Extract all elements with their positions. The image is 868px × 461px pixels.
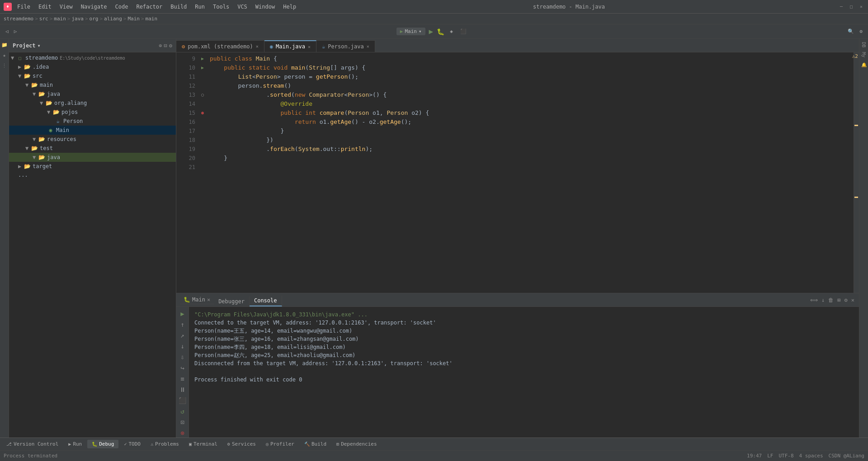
tree-item-org-aliang[interactable]: ▼ 📂 org.aliang [9,99,176,108]
project-icon[interactable]: 📁 [0,41,9,49]
code-content[interactable]: public class Main { public static void m… [208,52,854,293]
stop-button[interactable]: ⬛ [458,28,468,35]
resume-button[interactable]: ▶ [178,309,188,319]
breadcrumb-item-1[interactable]: src [39,16,48,22]
breadcrumb-item-0[interactable]: streamdemo [4,16,33,22]
soft-wrap-button[interactable]: ⟺ [809,296,819,304]
debug-session-close[interactable]: ✕ [207,296,210,303]
menu-item-vcs[interactable]: VCS [234,3,251,11]
collapse-all-button[interactable]: ⊟ [164,42,167,49]
bottom-tab-problems[interactable]: ⚠ Problems [146,440,184,448]
evaluate-button[interactable]: ≡ [178,374,188,384]
console-tab[interactable]: Console [250,296,282,306]
tree-item-more[interactable]: ... [9,171,176,179]
tab-pom[interactable]: ⚙ pom.xml (streamdemo) ✕ [176,40,264,52]
database-icon[interactable]: DB [860,41,868,49]
tab-person[interactable]: ☕ Person.java ✕ [316,40,375,52]
bottom-tab-build[interactable]: 🔨 Build [300,440,331,448]
search-button[interactable]: 🔍 [846,28,856,35]
menu-item-help[interactable]: Help [279,3,300,11]
run-cursor-button[interactable]: ↪ [178,363,188,373]
bottom-tab-version-control[interactable]: ⎇ Version Control [2,440,63,448]
bottom-tab-dependencies[interactable]: ⊞ Dependencies [332,440,382,448]
run-coverage-button[interactable]: ◈ [448,28,455,35]
tree-item-target[interactable]: ▶ 📂 target [9,162,176,171]
menu-item-refactor[interactable]: Refactor [132,3,166,11]
tab-close-person[interactable]: ✕ [367,44,369,49]
menu-item-file[interactable]: File [14,3,34,11]
breadcrumb-item-4[interactable]: org [90,16,99,22]
tree-item-main-folder[interactable]: ▼ 📂 main [9,80,176,89]
status-indent[interactable]: 4 spaces [799,453,823,459]
breadcrumb-item-5[interactable]: aliang [104,16,122,22]
stop-debug-button[interactable]: ⬛ [178,395,188,405]
tree-item-person[interactable]: ☕ Person [9,117,176,126]
settings-button[interactable]: ⚙ [858,28,864,35]
tree-item-pojos[interactable]: ▼ 📂 pojos [9,108,176,117]
tree-item-java-test[interactable]: ▼ 📂 java [9,153,176,162]
breadcrumb-item-3[interactable]: java [71,16,84,22]
forward-button[interactable]: ▷ [12,28,19,35]
bookmarks-icon[interactable]: ★ [1,51,7,60]
close-debug-button[interactable]: ✕ [850,296,855,304]
breakpoint-gutter-13[interactable]: ○ [199,90,206,99]
tree-item-idea[interactable]: ▶ 📂 .idea [9,62,176,71]
debug-session-tab[interactable]: 🐛 Main ✕ [180,296,214,304]
menu-item-code[interactable]: Code [112,3,132,11]
locate-button[interactable]: ⊕ [159,42,162,49]
remove-breakpoint-button[interactable]: ⊗ [178,428,188,437]
menu-item-run[interactable]: Run [191,3,208,11]
pause-button[interactable]: ⏸ [178,385,188,395]
rerun-button[interactable]: ↺ [178,406,188,416]
breadcrumb-item-2[interactable]: main [54,16,66,22]
minimize-button[interactable]: ─ [838,4,844,10]
menu-item-window[interactable]: Window [252,3,278,11]
breadcrumb-item-7[interactable]: main [146,16,158,22]
bottom-tab-terminal[interactable]: ▣ Terminal [184,440,222,448]
breadcrumb-item-6[interactable]: Main [127,16,140,22]
menu-item-edit[interactable]: Edit [35,3,55,11]
tree-item-test[interactable]: ▼ 📂 test [9,144,176,153]
frames-button[interactable]: ⊡ [178,417,188,427]
back-button[interactable]: ◁ [4,28,10,35]
tab-close-pom[interactable]: ✕ [256,44,259,49]
status-branch[interactable]: CSDN @ALiang [829,453,864,459]
bottom-tab-run[interactable]: ▶ Run [64,440,86,448]
close-button[interactable]: ✕ [858,4,864,10]
tree-item-root[interactable]: ▼ □ streamdemo E:\Study\code\streamdemo [9,53,176,62]
step-into-button[interactable]: ↓ [178,341,188,351]
run-gutter-9[interactable]: ▶ [199,54,206,63]
tree-item-resources[interactable]: ▼ 📂 resources [9,135,176,144]
clear-button[interactable]: 🗑 [827,296,835,304]
run-button[interactable]: ▶ [429,27,434,36]
settings-button[interactable]: ⚙ [169,42,172,49]
structure-icon[interactable]: ⋮ [0,61,8,70]
bottom-tab-services[interactable]: ⚙ Services [223,440,260,448]
debugger-tab[interactable]: Debugger [214,296,250,306]
step-over-up[interactable]: ↑ [178,320,188,329]
print-button[interactable]: ⊞ [836,296,841,304]
status-encoding[interactable]: UTF-8 [778,453,793,459]
console-output[interactable]: "C:\Program Files\Java\jdk1.8.0_331\bin\… [189,307,859,437]
run-gutter-10[interactable]: ▶ [199,63,206,72]
tree-item-src[interactable]: ▼ 📂 src [9,71,176,80]
status-linesep[interactable]: LF [767,453,773,459]
notification-icon[interactable]: 🔔 [860,61,868,69]
menu-item-build[interactable]: Build [167,3,190,11]
settings-debug-button[interactable]: ⚙ [844,296,849,304]
bottom-tab-profiler[interactable]: ◎ Profiler [261,440,299,448]
tab-main[interactable]: ◉ Main.java ✕ [264,40,316,52]
tree-item-main-class[interactable]: ◉ Main [9,126,176,135]
debug-button[interactable]: 🐛 [437,28,444,35]
menu-item-navigate[interactable]: Navigate [77,3,111,11]
menu-item-view[interactable]: View [56,3,76,11]
run-config-selector[interactable]: ▶ Main ▾ [396,28,425,35]
tab-close-main[interactable]: ✕ [308,44,311,49]
force-step-button[interactable]: ⇩ [178,352,188,362]
tree-item-java-folder[interactable]: ▼ 📂 java [9,89,176,99]
maximize-button[interactable]: □ [848,4,854,10]
scroll-end-button[interactable]: ↓ [821,296,826,304]
bottom-tab-todo[interactable]: ✓ TODO [119,440,145,448]
menu-item-tools[interactable]: Tools [209,3,233,11]
bottom-tab-debug[interactable]: 🐛 Debug [87,440,118,448]
